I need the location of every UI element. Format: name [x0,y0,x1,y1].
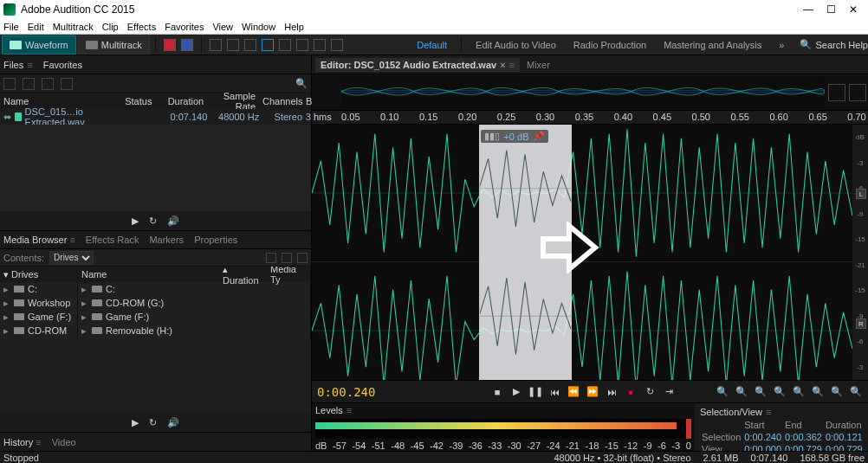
mixer-tab[interactable]: Mixer [527,60,550,70]
tab-history[interactable]: History ≡ [3,437,42,447]
loop-playback-button[interactable]: ↻ [643,385,657,399]
menu-multitrack[interactable]: Multitrack [53,22,94,32]
waveform-channel-right[interactable] [312,262,852,380]
tab-files[interactable]: Files≡ [3,60,33,70]
list-item[interactable]: ▸Removable (H:) [78,324,310,338]
spectral-pitch-icon[interactable] [181,39,193,51]
workspace-radio-production[interactable]: Radio Production [573,40,646,50]
workspace-edit-audio-to-video[interactable]: Edit Audio to Video [476,40,556,50]
tab-properties[interactable]: Properties [194,235,237,245]
brush-tool-icon[interactable] [314,39,326,51]
waveform-view-button[interactable]: Waveform [2,35,76,55]
tab-effects-rack[interactable]: Effects Rack [86,235,139,245]
gain-value[interactable]: +0 dB [503,132,528,142]
col-bitdepth[interactable]: Bi [302,96,311,106]
spectral-frequency-icon[interactable] [164,39,176,51]
zoom-in-amp-button[interactable]: 🔍 [754,385,768,399]
tab-favorites[interactable]: Favorites [43,60,82,70]
fast-forward-button[interactable]: ⏩ [586,385,599,399]
menu-edit[interactable]: Edit [28,22,44,32]
level-meter[interactable] [315,419,691,439]
insert-into-multitrack-icon[interactable] [42,78,54,90]
editor-tab[interactable]: Editor: DSC_0152 Audio Extracted.wav×≡ [315,58,520,72]
menu-window[interactable]: Window [242,22,275,32]
media-autoplay-button[interactable]: 🔊 [167,417,179,428]
nav-back-icon[interactable] [266,253,276,263]
filter-icon[interactable] [297,253,308,263]
selection-start[interactable]: 0:00.240 [742,431,783,443]
col-name[interactable]: Name [78,269,219,280]
workspace-more-button[interactable]: » [779,40,784,50]
stop-button[interactable]: ■ [490,385,504,399]
playhead[interactable] [479,125,480,380]
files-play-button[interactable]: ▶ [132,215,139,227]
current-time-display[interactable]: 0:00.240 [317,385,375,399]
channel-right-label[interactable]: R [856,318,866,329]
close-file-icon[interactable] [61,78,73,90]
zoom-in-time-button[interactable]: 🔍 [716,385,729,399]
show-spectral-icon[interactable] [828,84,845,101]
time-selection-tool-icon[interactable] [262,39,274,51]
menu-file[interactable]: File [3,22,19,32]
files-loop-button[interactable]: ↻ [149,215,157,227]
zoom-out-amp-button[interactable]: 🔍 [773,385,787,399]
col-name[interactable]: Name [0,96,117,106]
zoom-full-button[interactable]: 🔍 [792,385,806,399]
col-status[interactable]: Status [117,96,156,106]
drive-item[interactable]: ▸Workshop [0,296,77,310]
lasso-tool-icon[interactable] [296,39,308,51]
close-tab-icon[interactable]: × [500,60,505,70]
tab-video[interactable]: Video [52,437,76,447]
play-button[interactable]: ▶ [509,385,523,399]
skip-selection-button[interactable]: ⇥ [662,385,676,399]
import-file-icon[interactable] [23,78,35,90]
file-list-item[interactable]: ⬌DSC_015…io Extracted.wav 0:07.140 48000… [0,109,311,125]
drive-item[interactable]: ▸C: [0,282,77,296]
col-duration[interactable]: Duration [155,96,207,106]
show-hud-icon[interactable] [849,84,866,101]
drives-header[interactable]: Drives [11,269,38,280]
search-files-icon[interactable]: 🔍 [295,78,308,89]
menu-effects[interactable]: Effects [127,22,156,32]
minimize-button[interactable]: — [797,2,819,17]
overview-zoom-icon[interactable] [314,86,327,100]
pause-button[interactable]: ❚❚ [528,385,542,399]
time-selection[interactable]: ▮▮▯ +0 dB 📌 [479,125,571,380]
contents-dropdown[interactable]: Drives [49,251,94,265]
media-loop-button[interactable]: ↻ [149,417,157,428]
move-tool-icon[interactable] [210,39,222,51]
zoom-selection-button[interactable]: 🔍 [811,385,825,399]
selection-duration[interactable]: 0:00.121 [824,431,865,443]
rewind-button[interactable]: ⏪ [567,385,580,399]
overview-track[interactable] [341,77,825,108]
tab-markers[interactable]: Markers [149,235,184,245]
gain-hud[interactable]: ▮▮▯ +0 dB 📌 [481,130,547,143]
menu-favorites[interactable]: Favorites [165,22,204,32]
nav-forward-icon[interactable] [282,253,292,263]
waveform-channel-left[interactable] [312,125,852,262]
tab-media-browser[interactable]: Media Browser ≡ [3,235,75,245]
spot-heal-tool-icon[interactable] [331,39,343,51]
drive-item[interactable]: ▸CD-ROM [0,324,77,338]
go-to-end-button[interactable]: ⏭ [605,385,619,399]
col-duration[interactable]: ▴ Duration [219,267,267,286]
time-ruler[interactable]: hms 0.05 0.10 0.15 0.20 0.25 0.30 0.35 0… [312,111,868,125]
zoom-in-point-button[interactable]: 🔍 [830,385,844,399]
menu-clip[interactable]: Clip [102,22,119,32]
menu-help[interactable]: Help [284,22,304,32]
menu-view[interactable]: View [212,22,233,32]
drive-item[interactable]: ▸Game (F:) [0,310,77,324]
multitrack-view-button[interactable]: Multitrack [78,35,150,55]
selection-end[interactable]: 0:00.362 [783,431,824,443]
open-file-icon[interactable] [3,78,16,90]
list-item[interactable]: ▸CD-ROM (G:) [78,296,310,310]
workspace-default[interactable]: Default [417,40,447,50]
record-button[interactable]: ● [624,385,638,399]
marquee-tool-icon[interactable] [279,39,291,51]
maximize-button[interactable]: ☐ [819,2,842,17]
slip-tool-icon[interactable] [244,39,256,51]
waveform-editor[interactable]: hms 0.05 0.10 0.15 0.20 0.25 0.30 0.35 0… [312,111,868,380]
col-mediatype[interactable]: Media Ty [267,267,310,285]
pin-icon[interactable]: 📌 [533,131,545,142]
workspace-mastering[interactable]: Mastering and Analysis [664,40,761,50]
